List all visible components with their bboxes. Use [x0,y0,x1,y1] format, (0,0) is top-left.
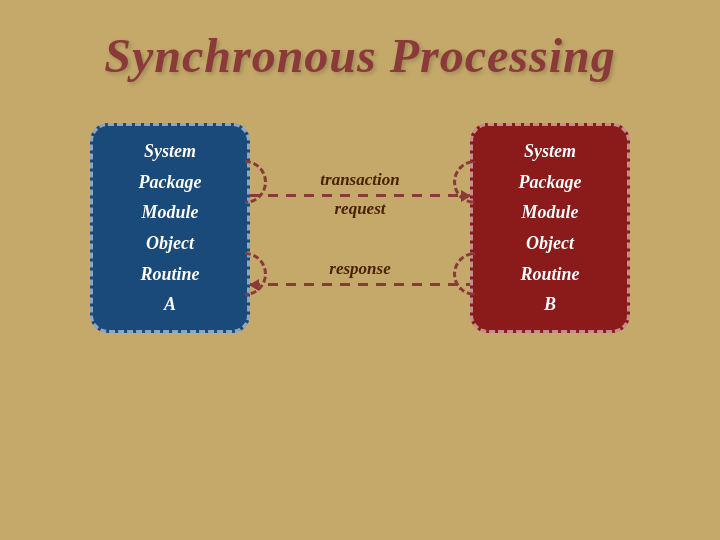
box-b: SystemPackageModuleObjectRoutineB [470,123,630,333]
request-label: request [250,199,470,219]
response-arrow [250,283,470,286]
box-a-text: SystemPackageModuleObjectRoutineA [139,136,202,320]
response-label: response [250,259,470,279]
title: Synchronous Processing [0,0,720,83]
box-b-text: SystemPackageModuleObjectRoutineB [519,136,582,320]
response-arrow-wrapper: response [250,259,470,286]
middle-section: transaction request response [250,123,470,333]
request-arrow [250,194,470,197]
transaction-arrow-wrapper: transaction request [250,170,470,223]
transaction-label: transaction [250,170,470,190]
diagram: SystemPackageModuleObjectRoutineA transa… [0,123,720,333]
box-a: SystemPackageModuleObjectRoutineA [90,123,250,333]
